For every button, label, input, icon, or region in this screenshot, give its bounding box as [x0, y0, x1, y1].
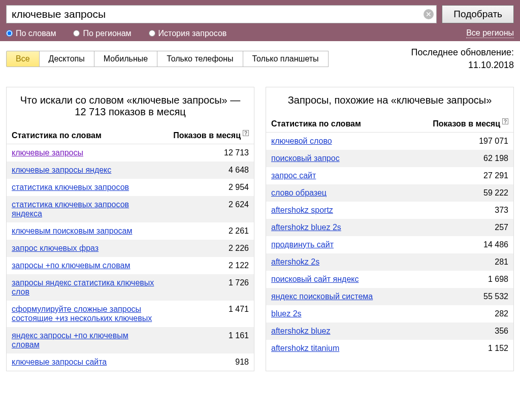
table-row: продвинуть сайт14 486 — [266, 236, 513, 253]
keyword-link[interactable]: ключевой слово — [271, 137, 332, 145]
filter-by-regions[interactable]: По регионам — [73, 29, 131, 38]
keyword-link[interactable]: ключевые запросы яндекс — [12, 166, 111, 174]
table-row: ключевые запросы12 713 — [7, 144, 254, 161]
similar-queries-column: Запросы, похожие на «ключевые запросы» С… — [266, 87, 514, 371]
left-table: Статистика по словам Показов в месяц? кл… — [7, 127, 254, 370]
table-row: яндекс поисковый система55 532 — [266, 288, 513, 305]
shows-cell: 1 698 — [406, 271, 513, 288]
shows-cell: 373 — [406, 202, 513, 219]
shows-cell: 14 486 — [406, 236, 513, 253]
tab-all[interactable]: Все — [6, 51, 40, 67]
table-row: aftershokz 2s281 — [266, 253, 513, 271]
keyword-cell: aftershokz sportz — [266, 202, 406, 219]
keyword-cell: запросы +по ключевым словам — [7, 257, 161, 274]
tab-phones[interactable]: Только телефоны — [157, 51, 243, 67]
filter-history-radio[interactable] — [149, 30, 155, 37]
shows-cell: 4 648 — [161, 161, 254, 179]
col-header-stat: Статистика по словам — [7, 127, 161, 144]
shows-cell: 257 — [406, 219, 513, 236]
keyword-cell: статистика ключевых запросов — [7, 179, 161, 196]
shows-cell: 918 — [161, 353, 254, 371]
keyword-cell: ключевые запросы — [7, 144, 161, 161]
keyword-link[interactable]: aftershokz bluez 2s — [271, 223, 341, 232]
shows-cell: 282 — [406, 305, 513, 322]
keyword-link[interactable]: ключевые запросы — [12, 148, 83, 157]
help-icon[interactable]: ? — [243, 130, 249, 136]
keyword-cell: яндекс запросы +по ключевым словам — [7, 327, 161, 353]
keyword-link[interactable]: запрос ключевых фраз — [12, 244, 99, 252]
last-updated-date: 11.10.2018 — [468, 60, 514, 70]
filter-by-words[interactable]: По словам — [6, 29, 56, 38]
keyword-link[interactable]: поисковый запрос — [271, 154, 340, 163]
filter-history-label: История запросов — [158, 29, 227, 38]
keyword-link[interactable]: запросы +по ключевым словам — [12, 261, 130, 270]
keyword-cell: запросы яндекс статистика ключевых слов — [7, 274, 161, 301]
keyword-cell: статистика ключевых запросов яндекса — [7, 196, 161, 222]
keyword-cell: aftershokz titanium — [266, 340, 406, 357]
table-row: запросы яндекс статистика ключевых слов1… — [7, 274, 254, 301]
shows-cell: 1 726 — [161, 274, 254, 301]
keyword-cell: bluez 2s — [266, 305, 406, 322]
keyword-link[interactable]: запросы яндекс статистика ключевых слов — [12, 278, 154, 296]
table-row: ключевой слово197 071 — [266, 132, 513, 150]
table-row: ключевые запросы яндекс4 648 — [7, 161, 254, 179]
table-row: bluez 2s282 — [266, 305, 513, 322]
device-tabs: Все Десктопы Мобильные Только телефоны Т… — [6, 46, 514, 72]
region-selector[interactable]: Все регионы — [466, 28, 514, 38]
table-row: запросы +по ключевым словам2 122 — [7, 257, 254, 274]
keyword-link[interactable]: запрос сайт — [271, 171, 316, 180]
table-row: статистика ключевых запросов яндекса2 62… — [7, 196, 254, 222]
help-icon[interactable]: ? — [502, 118, 508, 124]
keyword-link[interactable]: aftershokz titanium — [271, 344, 339, 352]
keyword-cell: запрос сайт — [266, 167, 406, 184]
keyword-link[interactable]: поисковый сайт яндекс — [271, 275, 359, 283]
keyword-link[interactable]: сформулируйте сложные запросы состоящие … — [12, 305, 152, 322]
shows-cell: 2 122 — [161, 257, 254, 274]
search-bar: ✕ Подобрать По словам По регионам Истори… — [0, 0, 520, 41]
keyword-cell: ключевые запросы яндекс — [7, 161, 161, 179]
tab-mobile[interactable]: Мобильные — [94, 51, 157, 67]
keyword-link[interactable]: слово образец — [271, 188, 327, 197]
submit-button[interactable]: Подобрать — [442, 5, 514, 23]
keyword-link[interactable]: яндекс запросы +по ключевым словам — [12, 331, 128, 349]
keyword-cell: aftershokz bluez 2s — [266, 219, 406, 236]
clear-input-icon[interactable]: ✕ — [424, 9, 434, 19]
keyword-link[interactable]: aftershokz bluez — [271, 327, 331, 335]
shows-cell: 197 071 — [406, 132, 513, 150]
filter-history[interactable]: История запросов — [149, 29, 227, 38]
shows-cell: 1 161 — [161, 327, 254, 353]
table-row: поисковый запрос62 198 — [266, 150, 513, 167]
keyword-cell: ключевой слово — [266, 132, 406, 150]
table-row: aftershokz bluez 2s257 — [266, 219, 513, 236]
keyword-cell: запрос ключевых фраз — [7, 240, 161, 257]
table-row: aftershokz bluez356 — [266, 322, 513, 340]
keyword-link[interactable]: статистика ключевых запросов яндекса — [12, 200, 129, 218]
shows-cell: 1 471 — [161, 301, 254, 327]
shows-cell: 62 198 — [406, 150, 513, 167]
keyword-link[interactable]: ключевые запросы сайта — [12, 358, 107, 366]
keyword-cell: ключевым поисковым запросам — [7, 222, 161, 240]
keyword-link[interactable]: продвинуть сайт — [271, 240, 334, 249]
tab-tablets[interactable]: Только планшеты — [243, 51, 329, 67]
last-updated-label: Последнее обновление: — [411, 47, 514, 57]
filter-by-words-label: По словам — [16, 29, 56, 38]
shows-cell: 2 624 — [161, 196, 254, 222]
filter-by-regions-radio[interactable] — [73, 30, 80, 37]
keyword-link[interactable]: bluez 2s — [271, 309, 302, 318]
left-column-title: Что искали со словом «ключевые запросы» … — [7, 87, 254, 127]
keyword-link[interactable]: статистика ключевых запросов — [12, 183, 129, 191]
keyword-link[interactable]: aftershokz 2s — [271, 257, 319, 266]
keyword-link[interactable]: яндекс поисковый система — [271, 292, 373, 301]
keyword-link[interactable]: aftershokz sportz — [271, 206, 333, 214]
tab-desktops[interactable]: Десктопы — [39, 51, 94, 67]
keyword-cell: продвинуть сайт — [266, 236, 406, 253]
shows-cell: 2 226 — [161, 240, 254, 257]
table-row: aftershokz sportz373 — [266, 202, 513, 219]
shows-cell: 55 532 — [406, 288, 513, 305]
right-table: Статистика по словам Показов в месяц? кл… — [266, 115, 513, 357]
keyword-cell: поисковый запрос — [266, 150, 406, 167]
search-input[interactable] — [6, 5, 437, 23]
table-row: ключевые запросы сайта918 — [7, 353, 254, 371]
filter-by-words-radio[interactable] — [6, 30, 13, 37]
keyword-link[interactable]: ключевым поисковым запросам — [12, 227, 132, 235]
